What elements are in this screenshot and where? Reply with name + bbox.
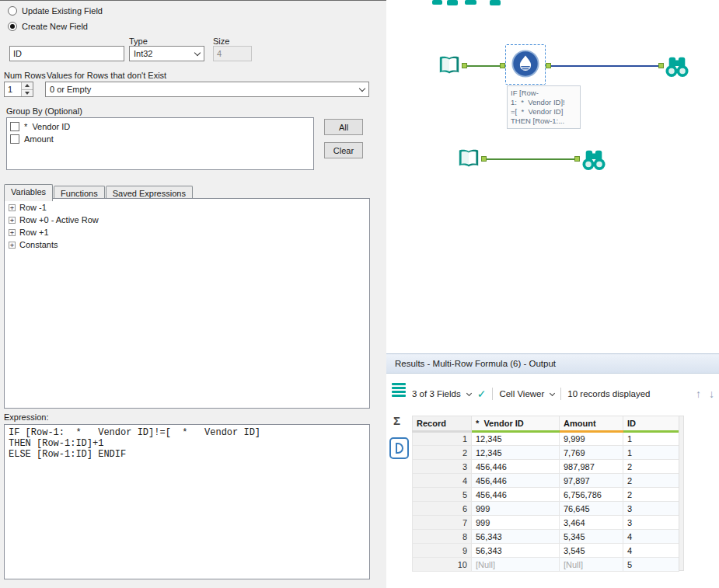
expand-icon[interactable]: +: [9, 229, 16, 236]
value-cell[interactable]: [Null]: [472, 558, 560, 572]
value-cell[interactable]: 5: [623, 558, 679, 572]
table-row[interactable]: 112,3459,9991: [413, 432, 679, 446]
value-cell[interactable]: 1: [623, 432, 679, 446]
record-number-cell[interactable]: 2: [413, 446, 472, 460]
results-panel-header[interactable]: Results - Multi-Row Formula (6) - Output: [386, 353, 719, 374]
tree-item[interactable]: +Row -1: [6, 201, 368, 214]
value-cell[interactable]: 56,343: [472, 544, 560, 558]
input-anchor[interactable]: [658, 63, 664, 68]
table-row[interactable]: 3456,446987,9872: [413, 460, 679, 474]
output-anchor[interactable]: [481, 156, 487, 162]
value-cell[interactable]: 56,343: [472, 530, 560, 544]
spinner-up-icon[interactable]: [22, 82, 33, 89]
create-new-field-radio[interactable]: Create New Field: [8, 22, 88, 31]
table-row[interactable]: 5456,4466,756,7862: [413, 488, 679, 502]
value-cell[interactable]: 2: [623, 488, 679, 502]
multi-row-formula-tool[interactable]: [511, 49, 540, 80]
record-number-cell[interactable]: 8: [413, 530, 472, 544]
expand-icon[interactable]: +: [9, 204, 16, 211]
record-number-cell[interactable]: 3: [413, 460, 472, 474]
record-number-cell[interactable]: 1: [413, 432, 472, 446]
value-cell[interactable]: 4: [623, 544, 679, 558]
column-header[interactable]: Amount: [560, 416, 623, 432]
all-button[interactable]: All: [324, 119, 363, 135]
record-number-cell[interactable]: 6: [413, 502, 472, 516]
value-cell[interactable]: 2: [623, 460, 679, 474]
tab-variables[interactable]: Variables: [4, 184, 53, 201]
metadata-view-icon[interactable]: Σ: [393, 414, 400, 427]
value-cell[interactable]: 3: [623, 502, 679, 516]
value-cell[interactable]: 987,987: [560, 460, 623, 474]
table-row[interactable]: 956,3433,5454: [413, 544, 679, 558]
apply-check-icon[interactable]: ✓: [477, 388, 487, 400]
record-number-cell[interactable]: 4: [413, 474, 472, 488]
spinner-down-icon[interactable]: [22, 89, 33, 97]
tree-item[interactable]: +Constants: [6, 238, 368, 251]
value-cell[interactable]: 4: [623, 530, 679, 544]
input-data-tool[interactable]: [438, 54, 461, 79]
table-row[interactable]: 699976,6453: [413, 502, 679, 516]
table-scrollbar[interactable]: [679, 416, 684, 571]
clear-button[interactable]: Clear: [324, 142, 363, 158]
browse-tool[interactable]: [665, 54, 689, 79]
grid-view-icon[interactable]: [392, 383, 406, 398]
checkbox-icon[interactable]: [10, 134, 19, 144]
variables-tree[interactable]: +Row -1+Row +0 - Active Row+Row +1+Const…: [4, 198, 370, 409]
value-cell[interactable]: 12,345: [472, 446, 560, 460]
column-header[interactable]: Record: [413, 416, 472, 432]
value-cell[interactable]: 7,769: [560, 446, 623, 460]
record-number-cell[interactable]: 9: [413, 544, 472, 558]
record-number-cell[interactable]: 7: [413, 516, 472, 530]
table-row[interactable]: 79993,4643: [413, 516, 679, 530]
chevron-down-icon[interactable]: [550, 390, 555, 395]
scroll-up-icon[interactable]: ↑: [696, 388, 701, 400]
table-row[interactable]: 212,3457,7691: [413, 446, 679, 460]
connection-input2-to-browse2[interactable]: [487, 158, 574, 160]
connection-input-to-formula[interactable]: [467, 65, 500, 67]
group-field-item[interactable]: * Vendor ID: [10, 120, 310, 133]
profile-view-icon[interactable]: [389, 437, 409, 459]
value-cell[interactable]: 76,645: [560, 502, 623, 516]
chevron-down-icon[interactable]: [466, 390, 472, 395]
expand-icon[interactable]: +: [9, 242, 16, 249]
value-cell[interactable]: 5,345: [560, 530, 623, 544]
num-rows-spinner[interactable]: 1: [4, 82, 33, 97]
tree-item[interactable]: +Row +1: [6, 226, 368, 238]
output-anchor[interactable]: [546, 63, 551, 68]
values-select[interactable]: 0 or Empty: [45, 82, 369, 97]
value-cell[interactable]: [Null]: [560, 558, 623, 572]
browse-tool[interactable]: [581, 148, 606, 172]
column-header[interactable]: * Vendor ID: [472, 416, 560, 432]
fields-selector[interactable]: 3 of 3 Fields: [412, 389, 461, 398]
value-cell[interactable]: 456,446: [472, 460, 560, 474]
expression-editor[interactable]: IF [Row-1: * Vendor ID]!=[ * Vendor ID] …: [4, 424, 370, 579]
input-anchor[interactable]: [574, 156, 580, 162]
table-row[interactable]: 856,3435,3454: [413, 530, 679, 544]
value-cell[interactable]: 456,446: [472, 488, 560, 502]
input-data-tool[interactable]: [457, 148, 480, 172]
value-cell[interactable]: 1: [623, 446, 679, 460]
expand-icon[interactable]: +: [9, 217, 16, 224]
output-anchor[interactable]: [462, 63, 467, 68]
value-cell[interactable]: 6,756,786: [560, 488, 623, 502]
value-cell[interactable]: 3: [623, 516, 679, 530]
cell-viewer-selector[interactable]: Cell Viewer: [499, 389, 544, 398]
column-header[interactable]: ID: [623, 416, 679, 432]
record-number-cell[interactable]: 5: [413, 488, 472, 502]
tree-item[interactable]: +Row +0 - Active Row: [6, 214, 368, 226]
value-cell[interactable]: 2: [623, 474, 679, 488]
value-cell[interactable]: 456,446: [472, 474, 560, 488]
value-cell[interactable]: 999: [472, 502, 560, 516]
input-anchor[interactable]: [500, 63, 505, 68]
value-cell[interactable]: 9,999: [560, 432, 623, 446]
value-cell[interactable]: 12,345: [472, 432, 560, 446]
type-select[interactable]: Int32: [129, 46, 204, 61]
connection-formula-to-browse[interactable]: [551, 65, 658, 67]
workflow-canvas[interactable]: IF [Row- 1: * Vendor ID]! =[ * Vendor ID…: [386, 0, 719, 353]
scroll-down-icon[interactable]: ↓: [709, 388, 714, 400]
record-number-cell[interactable]: 10: [413, 558, 472, 572]
value-cell[interactable]: 97,897: [560, 474, 623, 488]
update-existing-field-radio[interactable]: Update Existing Field: [8, 6, 103, 16]
tool-annotation[interactable]: IF [Row- 1: * Vendor ID]! =[ * Vendor ID…: [507, 85, 581, 129]
checkbox-icon[interactable]: [10, 122, 19, 131]
